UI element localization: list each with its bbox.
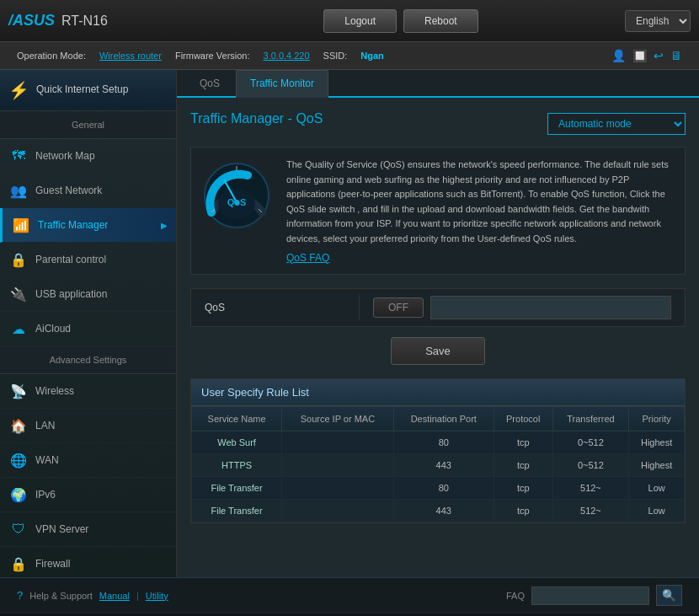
ssid-label: SSID: <box>323 51 348 61</box>
faq-search-input[interactable] <box>531 587 649 605</box>
col-dest-port: Destination Port <box>393 406 494 431</box>
aicloud-label: AiCloud <box>35 323 71 335</box>
page-title: Traffic Manager - QoS <box>190 111 323 126</box>
sidebar: ⚡ Quick Internet Setup General 🗺 Network… <box>0 70 177 577</box>
sidebar-item-lan[interactable]: 🏠 LAN <box>0 409 176 443</box>
reboot-button[interactable]: Reboot <box>403 9 478 33</box>
cell-transferred: 512~ <box>552 476 629 499</box>
cell-source <box>282 476 394 499</box>
svg-point-4 <box>234 200 239 205</box>
user-icon[interactable]: 👤 <box>611 49 626 62</box>
sidebar-item-wan[interactable]: 🌐 WAN <box>0 443 176 478</box>
cell-protocol: tcp <box>494 431 552 453</box>
col-source: Source IP or MAC <box>282 406 394 431</box>
manual-link[interactable]: Manual <box>99 591 130 601</box>
toggle-area: OFF <box>360 289 685 326</box>
refresh-icon[interactable]: ↩ <box>654 49 664 62</box>
aicloud-icon: ☁ <box>8 319 29 339</box>
table-title: User Specify Rule List <box>191 379 685 406</box>
gauge-svg: QoS <box>201 160 273 232</box>
ipv6-label: IPv6 <box>35 489 56 501</box>
firewall-icon: 🔒 <box>8 554 29 574</box>
top-bar: /ASUS RT-N16 Logout Reboot English <box>0 0 699 42</box>
tab-qos[interactable]: QoS <box>185 70 234 96</box>
sidebar-item-wireless[interactable]: 📡 Wireless <box>0 374 176 409</box>
cell-service: File Transfer <box>192 499 282 522</box>
quick-text: Quick Internet Setup <box>36 83 128 97</box>
cell-service: File Transfer <box>192 476 282 499</box>
cell-priority: Low <box>629 476 685 499</box>
wireless-icon: 📡 <box>8 381 29 401</box>
general-section: General <box>0 111 176 139</box>
sidebar-item-firewall[interactable]: 🔒 Firewall <box>0 547 176 577</box>
qos-toggle-button[interactable]: OFF <box>373 297 424 318</box>
main-layout: ⚡ Quick Internet Setup General 🗺 Network… <box>0 70 699 577</box>
col-protocol: Protocol <box>494 406 552 431</box>
language-area: English <box>625 10 691 32</box>
table-row: File Transfer 443 tcp 512~ Low <box>192 499 685 522</box>
firmware-link[interactable]: 3.0.0.4.220 <box>264 51 310 61</box>
cell-protocol: tcp <box>494 453 552 476</box>
table-header-row: Service Name Source IP or MAC Destinatio… <box>192 406 685 431</box>
traffic-manager-arrow: ▶ <box>161 221 168 230</box>
cell-source <box>282 453 394 476</box>
sidebar-item-aicloud[interactable]: ☁ AiCloud <box>0 312 176 346</box>
faq-area: FAQ 🔍 <box>506 585 682 606</box>
sidebar-item-network-map[interactable]: 🗺 Network Map <box>0 139 176 174</box>
faq-label: FAQ <box>506 591 525 601</box>
op-icons: 👤 🔲 ↩ 🖥 <box>611 49 682 62</box>
qos-label: QoS <box>191 295 360 320</box>
sidebar-item-parental-control[interactable]: 🔒 Parental control <box>0 243 176 277</box>
description-text: The Quality of Service (QoS) ensures the… <box>286 158 675 264</box>
separator: | <box>136 591 139 601</box>
logo-area: /ASUS RT-N16 <box>8 12 177 29</box>
ssid-value: Ngan <box>360 51 384 61</box>
cell-transferred: 0~512 <box>552 431 629 453</box>
cell-protocol: tcp <box>494 476 552 499</box>
network-icon[interactable]: 🔲 <box>632 49 647 62</box>
cell-transferred: 512~ <box>552 499 629 522</box>
sidebar-item-ipv6[interactable]: 🌍 IPv6 <box>0 478 176 512</box>
table-row: Web Surf 80 tcp 0~512 Highest <box>192 431 685 453</box>
mode-select[interactable]: Automatic mode User-defined QoS rules Di… <box>547 113 686 135</box>
sidebar-item-traffic-manager[interactable]: 📶 Traffic Manager ▶ <box>0 208 176 243</box>
cell-service: Web Surf <box>192 431 282 453</box>
op-mode-link[interactable]: Wireless router <box>99 51 162 61</box>
description-area: QoS The Quality of Service (QoS) ensures… <box>190 147 686 275</box>
sidebar-item-usb-application[interactable]: 🔌 USB application <box>0 277 176 312</box>
op-mode-label: Operation Mode: <box>17 51 86 61</box>
parental-control-icon: 🔒 <box>8 249 29 270</box>
ipv6-icon: 🌍 <box>8 485 29 505</box>
monitor-icon[interactable]: 🖥 <box>670 49 682 62</box>
col-transferred: Transferred <box>552 406 629 431</box>
table-row: HTTPS 443 tcp 0~512 Highest <box>192 453 685 476</box>
language-select[interactable]: English <box>625 10 691 32</box>
qos-value-input[interactable] <box>430 296 671 319</box>
tab-traffic-monitor[interactable]: Traffic Monitor <box>236 70 328 98</box>
save-button[interactable]: Save <box>391 337 485 365</box>
quick-internet-setup[interactable]: ⚡ Quick Internet Setup <box>0 70 176 111</box>
logout-button[interactable]: Logout <box>323 9 397 33</box>
faq-search-button[interactable]: 🔍 <box>656 585 682 606</box>
sidebar-item-vpn-server[interactable]: 🛡 VPN Server <box>0 512 176 547</box>
quick-icon: ⚡ <box>8 80 29 100</box>
bottom-bar: ? Help & Support Manual | Utility FAQ 🔍 <box>0 577 699 613</box>
top-buttons: Logout Reboot <box>177 9 625 33</box>
cell-priority: Highest <box>629 453 685 476</box>
footer: 2012 ASUSTeK Computer Inc. All rights re… <box>0 613 699 616</box>
qos-table-container: User Specify Rule List Service Name Sour… <box>190 378 686 523</box>
operation-bar: Operation Mode: Wireless router Firmware… <box>0 42 699 70</box>
vpn-label: VPN Server <box>35 523 88 535</box>
cell-dest-port: 80 <box>393 476 494 499</box>
utility-link[interactable]: Utility <box>146 591 168 601</box>
qos-toggle-row: QoS OFF <box>190 288 686 327</box>
usb-icon: 🔌 <box>8 284 29 304</box>
vpn-icon: 🛡 <box>8 519 29 539</box>
mode-row: Automatic mode User-defined QoS rules Di… <box>547 113 686 135</box>
qos-faq-link[interactable]: QoS FAQ <box>286 252 675 264</box>
cell-dest-port: 443 <box>393 453 494 476</box>
lan-icon: 🏠 <box>8 415 29 436</box>
firmware-label: Firmware Version: <box>175 51 250 61</box>
sidebar-item-guest-network[interactable]: 👥 Guest Network <box>0 174 176 208</box>
firewall-label: Firewall <box>35 558 70 570</box>
